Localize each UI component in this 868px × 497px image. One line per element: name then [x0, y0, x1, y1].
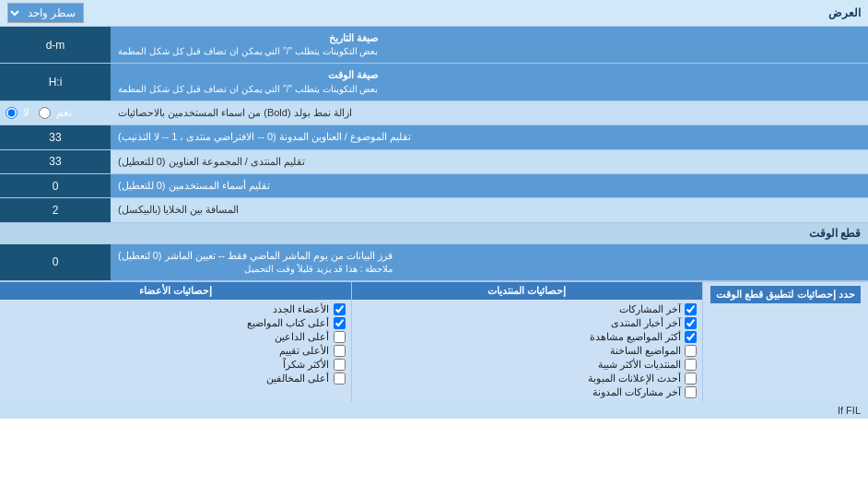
date-format-label: صيغة التاريخ بعض التكوينات يتطلب "/" الت…: [111, 27, 868, 63]
main-container: العرض سطر واحد سطران ثلاثة أسطر صيغة الت…: [0, 0, 868, 419]
stat-most-viewed-checkbox[interactable]: [685, 331, 697, 343]
stats-item: الأكثر شكراً: [6, 358, 346, 372]
username-trim-row: تقليم أسماء المستخدمين (0 للتعطيل): [0, 174, 868, 198]
stat-last-posts-label: آخر المشاركات: [619, 303, 681, 315]
forum-order-input-cell: [0, 150, 111, 173]
stats-item: الأعضاء الجدد: [6, 302, 346, 316]
display-select[interactable]: سطر واحد سطران ثلاثة أسطر: [7, 3, 84, 23]
stats-col-forums: إحصائيات المنتديات آخر المشاركات آخر أخب…: [351, 282, 703, 402]
cell-gap-label: المسافة بين الخلايا (بالبيكسل): [111, 198, 868, 221]
stat-top-violators-label: أعلى المخالفين: [266, 373, 329, 385]
bold-remove-yes-label[interactable]: نعم: [39, 106, 72, 119]
username-trim-input-cell: [0, 174, 111, 197]
stat-most-thanked-checkbox[interactable]: [334, 359, 346, 371]
realtime-section-header: قطع الوقت: [0, 223, 868, 244]
username-trim-input[interactable]: [6, 180, 105, 193]
stat-most-thanked-label: الأكثر شكراً: [283, 359, 329, 371]
stat-top-inviters-label: أعلى الداعين: [275, 331, 329, 343]
time-format-row: صيغة الوقت بعض التكوينات يتطلب "/" التي …: [0, 64, 868, 101]
stat-top-inviters-checkbox[interactable]: [334, 331, 346, 343]
realtime-input-cell: [0, 244, 111, 280]
apply-col: حدد إحصائيات لتطبيق قطع الوقت: [702, 282, 868, 402]
stats-col-members-title: إحصائيات الأعضاء: [0, 282, 351, 300]
stat-forum-news-label: آخر أخبار المنتدى: [611, 317, 681, 329]
display-label: العرض: [828, 6, 861, 19]
topic-order-input[interactable]: [6, 131, 105, 144]
stats-item: الأعلى تقييم: [6, 344, 346, 358]
stat-most-viewed-label: أكثر المواضيع مشاهدة: [590, 331, 681, 343]
topic-order-input-cell: [0, 125, 111, 148]
bold-remove-label: ازالة نمط بولد (Bold) من اسماء المستخدمي…: [111, 101, 868, 124]
topic-order-label: تقليم الموضوع / العناوين المدونة (0 -- ا…: [111, 125, 868, 148]
bold-remove-no-radio[interactable]: [6, 107, 18, 119]
realtime-row: فرز البيانات من يوم الماشر الماضي فقط --…: [0, 244, 868, 281]
stats-item: المنتديات الأكثر شبية: [358, 358, 698, 372]
stats-item: آخر أخبار المنتدى: [358, 316, 698, 330]
bold-remove-row: ازالة نمط بولد (Bold) من اسماء المستخدمي…: [0, 101, 868, 125]
stat-latest-ads-checkbox[interactable]: [685, 373, 697, 385]
stats-item: أعلى المخالفين: [6, 372, 346, 385]
stat-last-posts-checkbox[interactable]: [685, 303, 697, 315]
stats-item: المواضيع الساخنة: [358, 344, 698, 358]
stat-similar-forums-label: المنتديات الأكثر شبية: [598, 359, 681, 371]
stat-hot-topics-checkbox[interactable]: [685, 345, 697, 357]
stats-item: أكثر المواضيع مشاهدة: [358, 330, 698, 344]
cell-gap-input[interactable]: [6, 204, 105, 217]
stat-blog-posts-label: آخر مشاركات المدونة: [592, 386, 681, 398]
cell-gap-row: المسافة بين الخلايا (بالبيكسل): [0, 198, 868, 222]
stat-new-members-label: الأعضاء الجدد: [273, 303, 329, 315]
bold-remove-radio-cell: نعم لا: [0, 101, 111, 124]
stat-top-authors-label: أعلى كتاب المواضيع: [247, 317, 329, 329]
topic-order-row: تقليم الموضوع / العناوين المدونة (0 -- ا…: [0, 125, 868, 149]
date-format-row: صيغة التاريخ بعض التكوينات يتطلب "/" الت…: [0, 27, 868, 64]
date-format-input-cell: [0, 27, 111, 63]
time-format-input-cell: [0, 64, 111, 100]
stats-item: أعلى الداعين: [6, 330, 346, 344]
stat-blog-posts-checkbox[interactable]: [685, 386, 697, 398]
forum-order-label: تقليم المنتدى / المجموعة العناوين (0 للت…: [111, 150, 868, 173]
stat-hot-topics-label: المواضيع الساخنة: [610, 345, 681, 357]
stats-item: أحدث الإعلانات المبوبة: [358, 372, 698, 385]
stats-container: حدد إحصائيات لتطبيق قطع الوقت إحصائيات ا…: [0, 281, 868, 402]
date-format-input[interactable]: [6, 39, 105, 52]
stats-col-members-body: الأعضاء الجدد أعلى كتاب المواضيع أعلى ال…: [0, 300, 351, 388]
display-header-row: العرض سطر واحد سطران ثلاثة أسطر: [0, 0, 868, 27]
stat-top-rated-checkbox[interactable]: [334, 345, 346, 357]
stat-forum-news-checkbox[interactable]: [685, 317, 697, 329]
apply-title: حدد إحصائيات لتطبيق قطع الوقت: [710, 286, 861, 303]
stat-latest-ads-label: أحدث الإعلانات المبوبة: [588, 373, 681, 385]
stats-col-members: إحصائيات الأعضاء الأعضاء الجدد أعلى كتاب…: [0, 282, 351, 402]
stats-col-forums-title: إحصائيات المنتديات: [352, 282, 703, 300]
stat-top-rated-label: الأعلى تقييم: [279, 345, 329, 357]
cell-gap-input-cell: [0, 198, 111, 221]
time-format-label: صيغة الوقت بعض التكوينات يتطلب "/" التي …: [111, 64, 868, 100]
forum-order-row: تقليم المنتدى / المجموعة العناوين (0 للت…: [0, 150, 868, 174]
realtime-label: فرز البيانات من يوم الماشر الماضي فقط --…: [111, 244, 868, 280]
stats-col-forums-body: آخر المشاركات آخر أخبار المنتدى أكثر الم…: [352, 300, 703, 402]
bold-remove-yes-radio[interactable]: [39, 107, 51, 119]
stats-item: آخر المشاركات: [358, 302, 698, 316]
forum-order-input[interactable]: [6, 155, 105, 168]
stat-similar-forums-checkbox[interactable]: [685, 359, 697, 371]
stats-item: أعلى كتاب المواضيع: [6, 316, 346, 330]
realtime-input[interactable]: [6, 255, 105, 268]
stats-item: آخر مشاركات المدونة: [358, 385, 698, 399]
bottom-note: If FIL: [0, 402, 868, 419]
stat-top-violators-checkbox[interactable]: [334, 373, 346, 385]
bold-remove-no-label[interactable]: لا: [6, 106, 29, 119]
stat-new-members-checkbox[interactable]: [334, 303, 346, 315]
username-trim-label: تقليم أسماء المستخدمين (0 للتعطيل): [111, 174, 868, 197]
stat-top-authors-checkbox[interactable]: [334, 317, 346, 329]
time-format-input[interactable]: [6, 76, 105, 89]
